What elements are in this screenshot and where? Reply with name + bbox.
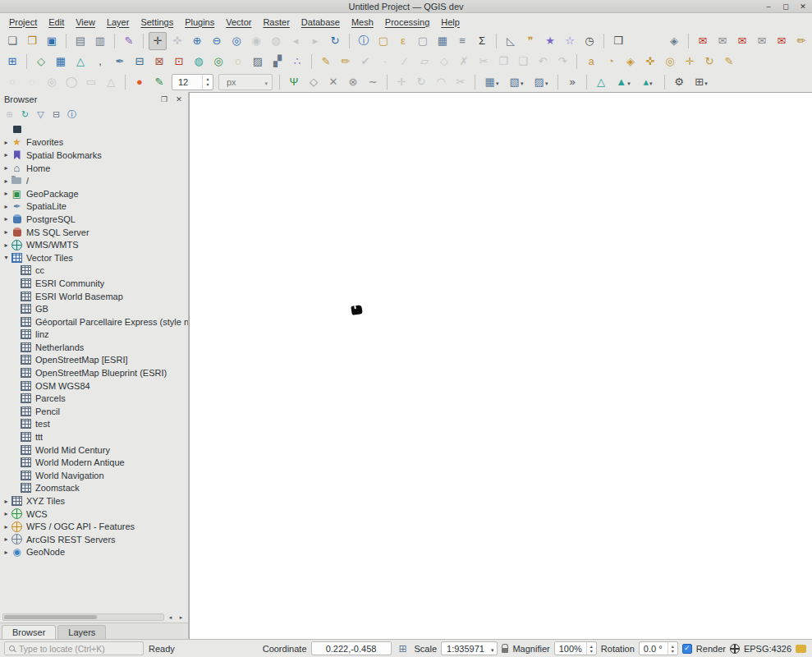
paste-features-icon[interactable]: ❑	[514, 53, 532, 71]
add-wfs-layer-icon[interactable]: ◌	[229, 53, 247, 71]
menu-vector[interactable]: Vector	[220, 16, 257, 29]
expand-arrow-icon[interactable]: ▸	[2, 228, 11, 236]
locate-search[interactable]	[4, 641, 144, 655]
add-wcs-layer-icon[interactable]: ◎	[209, 53, 227, 71]
change-label-properties-icon[interactable]: ✎	[720, 53, 738, 71]
tree-item-wfs-ogc-api-features[interactable]: ▸WFS / OGC API - Features	[0, 520, 188, 533]
show-hide-labels-icon[interactable]: ◎	[661, 53, 679, 71]
rotate-feature-icon[interactable]: ↻	[412, 73, 430, 91]
menu-help[interactable]: Help	[435, 16, 466, 29]
temporal-controller-icon[interactable]: ◷	[580, 32, 599, 50]
avoid-overlap-icon[interactable]: ✕	[324, 73, 342, 91]
expand-arrow-icon[interactable]: ▸	[2, 535, 11, 543]
measure-line-icon[interactable]: ◺	[502, 32, 520, 50]
tree-item-vector-tiles[interactable]: ▾Vector Tiles	[0, 251, 188, 264]
tree-item-netherlands[interactable]: Netherlands	[0, 341, 188, 354]
filter-browser-icon[interactable]: ▽	[34, 108, 48, 122]
envelope-gray-1-icon[interactable]: ✉	[713, 32, 732, 50]
hscroll-thumb[interactable]	[4, 615, 97, 619]
minimize-button[interactable]: –	[763, 1, 774, 11]
circle-from-3-points-icon[interactable]: ◌	[23, 73, 41, 91]
copy-features-icon[interactable]: ❐	[494, 53, 512, 71]
maximize-button[interactable]: ◻	[780, 1, 791, 11]
scale-combo[interactable]: 1:935971	[441, 641, 498, 655]
dock-tab-browser[interactable]: Browser	[2, 625, 56, 639]
tree-item-arcgis-rest-servers[interactable]: ▸ArcGIS REST Servers	[0, 533, 188, 546]
select-by-expression-icon[interactable]: ε	[394, 32, 412, 50]
tree-item-linz[interactable]: linz	[0, 328, 188, 342]
redo-icon[interactable]: ↷	[553, 53, 571, 71]
ellipse-from-center-icon[interactable]: ◯	[62, 73, 80, 91]
new-project-icon[interactable]: ❏	[3, 32, 21, 50]
lock-scale-icon[interactable]	[502, 648, 508, 653]
rotate-label-icon[interactable]: ↻	[700, 53, 718, 71]
rotation-spinbox[interactable]: 0.0 °	[639, 641, 678, 655]
refresh-map-icon[interactable]: ↻	[326, 32, 344, 50]
locate-input[interactable]	[19, 644, 139, 654]
pointer-coordinates-icon[interactable]: ◈	[665, 32, 683, 50]
zoom-out-icon[interactable]: ⊖	[208, 32, 226, 50]
identify-features-icon[interactable]: ⓘ	[355, 32, 373, 50]
show-bookmarks-icon[interactable]: ☆	[561, 32, 579, 50]
tree-item-wcs[interactable]: ▸WCS	[0, 508, 188, 521]
field-calculator-icon[interactable]: ≡	[453, 32, 471, 50]
menu-view[interactable]: View	[70, 16, 101, 29]
zoom-next-icon[interactable]: ▸	[306, 32, 324, 50]
expand-arrow-icon[interactable]: ▸	[2, 164, 11, 172]
expand-arrow-icon[interactable]: ▸	[2, 215, 11, 223]
envelope-gray-2-icon[interactable]: ✉	[753, 32, 771, 50]
zoom-to-layer-icon[interactable]: ◍	[267, 32, 285, 50]
tree-item-esri-world-basemap[interactable]: ESRI World Basemap	[0, 290, 188, 303]
expand-arrow-icon[interactable]: ▸	[2, 203, 11, 210]
enable-snapping-icon[interactable]: ◇	[305, 73, 323, 91]
3d-map-views-icon[interactable]: ▧	[505, 73, 528, 91]
open-project-icon[interactable]: ❐	[23, 32, 41, 50]
compose-note-icon[interactable]: ✏	[792, 32, 810, 50]
highlight-pinned-labels-icon[interactable]: ◈	[622, 53, 640, 71]
topological-editing-icon[interactable]: ⊗	[344, 73, 362, 91]
tree-item-item[interactable]: ▸/	[0, 174, 188, 187]
new-map-view-icon[interactable]: ❒	[609, 32, 627, 50]
tree-item-zoomstack[interactable]: Zoomstack	[0, 482, 188, 495]
create-annotation-layer-icon[interactable]: ✎	[150, 73, 168, 91]
tree-item-pencil[interactable]: Pencil	[0, 405, 188, 418]
menu-raster[interactable]: Raster	[257, 16, 295, 29]
layer-diagram-icon[interactable]: ◔	[602, 53, 620, 71]
expand-arrow-icon[interactable]: ▸	[2, 190, 11, 197]
add-raster-layer-icon[interactable]: ▦	[52, 53, 70, 71]
close-panel-button[interactable]: ✕	[174, 95, 184, 103]
map-themes-icon[interactable]: ▨	[530, 73, 553, 91]
menu-plugins[interactable]: Plugins	[179, 16, 220, 29]
expand-arrow-icon[interactable]: ▸	[2, 241, 11, 249]
expand-arrow-icon[interactable]: ▸	[2, 523, 11, 531]
pin-unpin-labels-icon[interactable]: ✜	[641, 53, 659, 71]
show-properties-icon[interactable]: ⓘ	[65, 108, 79, 122]
mesh-transform-icon[interactable]: ▲	[612, 73, 635, 91]
add-postgis-layer-icon[interactable]: ⊟	[131, 53, 149, 71]
tree-item-wms-wmts[interactable]: ▸WMS/WMTS	[0, 238, 188, 251]
add-delimited-text-layer-icon[interactable]: ,	[91, 53, 109, 71]
menu-project[interactable]: Project	[3, 16, 43, 29]
move-feature-icon[interactable]: ✛	[392, 73, 411, 91]
zoom-to-selection-icon[interactable]: ◉	[247, 32, 265, 50]
select-features-icon[interactable]: ▢	[374, 32, 392, 50]
pan-map-icon[interactable]: ✛	[149, 32, 167, 50]
layer-labeling-icon[interactable]: a	[582, 53, 600, 71]
hscroll-left-icon[interactable]	[166, 614, 175, 621]
deselect-all-icon[interactable]: ▢	[414, 32, 432, 50]
open-data-source-manager-icon[interactable]: ⊞	[3, 53, 21, 71]
tree-item-esri-community[interactable]: ESRI Community	[0, 277, 188, 290]
close-button[interactable]: ✕	[797, 1, 809, 11]
annotation-color-icon[interactable]: ●	[131, 73, 149, 91]
tree-item-projecthome[interactable]	[0, 123, 188, 136]
menu-layer[interactable]: Layer	[101, 16, 135, 29]
tree-item-geonode[interactable]: ▸GeoNode	[0, 546, 188, 559]
envelope-red-2-icon[interactable]: ✉	[733, 32, 751, 50]
titlebar[interactable]: Untitled Project — QGIS dev –◻✕	[0, 0, 812, 13]
units-combo[interactable]: px	[218, 74, 273, 90]
tree-item-xyz-tiles[interactable]: ▸XYZ Tiles	[0, 494, 188, 508]
tree-item-gb[interactable]: GB	[0, 302, 188, 315]
tree-item-g-oportail-parcellaire-express-style-noir[interactable]: Géoportail Parcellaire Express (style no…	[0, 315, 188, 328]
circle-from-2-points-icon[interactable]: ○	[3, 73, 21, 91]
current-edits-icon[interactable]: ✎	[317, 53, 335, 71]
